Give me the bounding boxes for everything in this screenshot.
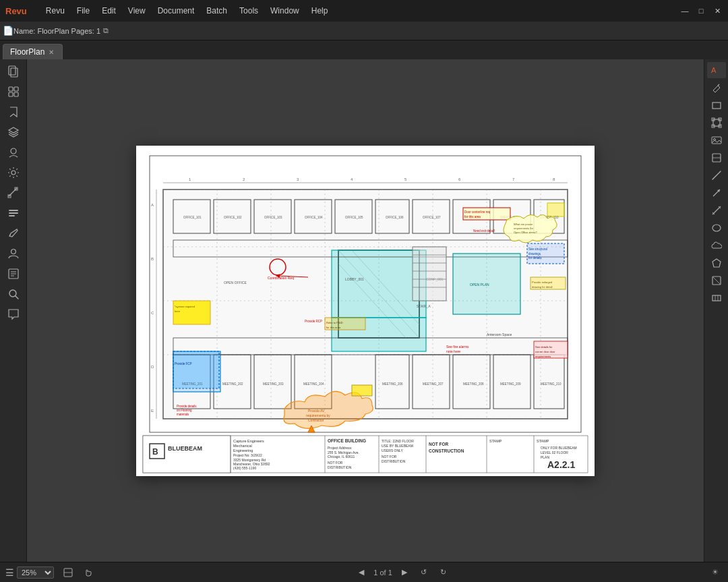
left-sidebar [0, 59, 27, 562]
svg-text:USE BY BLUEBEAM: USE BY BLUEBEAM [382, 444, 413, 448]
tool-arrow[interactable] [707, 185, 726, 201]
svg-text:NOT FOR: NOT FOR [429, 442, 449, 446]
sidebar-item-user[interactable] [3, 244, 24, 263]
tool-select[interactable]: A [707, 62, 726, 78]
sidebar-item-form[interactable] [3, 264, 24, 283]
maximize-button[interactable]: □ [696, 5, 706, 16]
svg-text:OFFICE_101: OFFICE_101 [183, 216, 202, 219]
svg-rect-0 [9, 66, 16, 75]
menu-batch[interactable]: Batch [201, 5, 233, 17]
sidebar-item-settings[interactable] [3, 163, 24, 182]
svg-text:Provide details: Provide details [177, 405, 197, 408]
svg-text:Provide RCP: Provide RCP [305, 320, 322, 323]
sidebar-item-thumbnails[interactable] [3, 82, 24, 101]
svg-text:DISTRIBUTION: DISTRIBUTION [382, 459, 406, 463]
svg-text:Chicago, IL 60611: Chicago, IL 60611 [328, 455, 355, 459]
svg-text:requirements: requirements [535, 355, 551, 358]
tool-line[interactable] [707, 167, 726, 183]
tab-floorplan[interactable]: FloorPlan ✕ [3, 44, 63, 59]
minimize-button[interactable]: — [679, 5, 690, 16]
menu-file[interactable]: File [71, 5, 95, 17]
tool-ellipse[interactable] [707, 220, 726, 236]
next-page-button[interactable]: ▶ [398, 566, 411, 578]
svg-text:Anteroom Space: Anteroom Space [487, 332, 512, 337]
sun-icon: ☀ [712, 568, 719, 577]
svg-rect-14 [9, 212, 18, 214]
menu-edit[interactable]: Edit [96, 5, 121, 17]
svg-line-195 [718, 84, 719, 86]
svg-text:MEETING_203: MEETING_203 [263, 382, 284, 386]
svg-text:See structural: See structural [528, 248, 547, 251]
menu-view[interactable]: View [123, 5, 151, 17]
svg-text:B: B [152, 447, 158, 457]
svg-text:ONLY FOR BLUEBEAM: ONLY FOR BLUEBEAM [541, 446, 577, 450]
svg-text:note here: note here [446, 349, 460, 353]
svg-rect-216 [712, 295, 721, 301]
rotate-cw-button[interactable]: ↻ [436, 566, 450, 578]
svg-text:Provide AV: Provide AV [308, 409, 325, 413]
file-info-bar: 📄 Name: FloorPlan Pages: 1 ⧉ [0, 22, 728, 40]
tab-strip: FloorPlan ✕ [0, 40, 728, 59]
menu-help[interactable]: Help [306, 5, 334, 17]
svg-text:DISTRIBUTION: DISTRIBUTION [328, 465, 352, 469]
tool-box2[interactable] [707, 150, 726, 166]
svg-text:LEVEL 02 FLOOR: LEVEL 02 FLOOR [541, 450, 568, 455]
svg-text:OFFICE_104: OFFICE_104 [305, 216, 323, 219]
tool-cloud[interactable] [707, 237, 726, 254]
svg-marker-213 [712, 259, 721, 267]
tool-measure[interactable] [707, 202, 726, 219]
svg-text:A: A [151, 203, 154, 207]
tool-pen[interactable] [707, 80, 726, 96]
svg-rect-4 [9, 92, 13, 96]
svg-text:MEETING_204: MEETING_204 [303, 382, 324, 386]
tool-polygon[interactable] [707, 255, 726, 271]
svg-rect-185 [352, 385, 372, 396]
close-button[interactable]: ✕ [712, 5, 723, 16]
tool-snap[interactable] [707, 115, 726, 131]
zoom-select[interactable]: 10% 25% 50% 75% 100% 150% 200% [17, 566, 54, 579]
sidebar-item-pages[interactable] [3, 62, 24, 81]
tool-cut[interactable] [707, 272, 726, 289]
svg-text:See details for: See details for [535, 345, 553, 349]
svg-text:Door centerline req: Door centerline req [464, 210, 491, 214]
svg-text:MEETING_209: MEETING_209 [500, 382, 521, 386]
menu-tools[interactable]: Tools [234, 5, 264, 17]
svg-rect-5 [14, 92, 18, 96]
menu-window[interactable]: Window [265, 5, 305, 17]
sidebar-item-signatures[interactable] [3, 143, 24, 162]
sidebar-item-measure[interactable] [3, 183, 24, 202]
svg-text:Project No: 3/29/22: Project No: 3/29/22 [233, 453, 262, 457]
hand-tool-button[interactable] [80, 566, 97, 579]
rotate-ccw-button[interactable]: ↺ [417, 566, 431, 578]
svg-text:Open Office areas?: Open Office areas? [514, 231, 537, 234]
menu-revu[interactable]: Revu [40, 5, 70, 17]
floorplan-svg: B BLUEBEAM Capture Engineers Mechanical … [136, 146, 595, 476]
svg-text:CONSTRUCTION: CONSTRUCTION [429, 448, 464, 453]
tool-rect3[interactable] [707, 290, 726, 306]
tab-close-icon[interactable]: ✕ [49, 49, 54, 56]
svg-text:OFFICE_107: OFFICE_107 [423, 216, 441, 219]
sidebar-item-annotations[interactable] [3, 224, 24, 243]
svg-line-206 [712, 171, 721, 179]
sidebar-item-comments[interactable] [3, 305, 24, 324]
svg-text:OFFICE_102: OFFICE_102 [224, 216, 242, 219]
prev-page-button[interactable]: ◀ [355, 566, 368, 578]
svg-text:STAMP: STAMP [537, 439, 549, 443]
tool-image[interactable] [707, 132, 726, 148]
view-mode-button[interactable] [59, 566, 77, 579]
document-canvas[interactable]: B BLUEBEAM Capture Engineers Mechanical … [27, 59, 704, 562]
menu-document[interactable]: Document [152, 5, 200, 17]
svg-text:here: here [175, 310, 181, 313]
sidebar-item-markups[interactable] [3, 204, 24, 223]
svg-text:MEETING_208: MEETING_208 [463, 382, 484, 386]
sidebar-item-bookmarks[interactable] [3, 103, 24, 121]
sidebar-item-search[interactable] [3, 285, 24, 303]
sidebar-item-layers[interactable] [3, 123, 24, 142]
svg-text:LOBBY_001: LOBBY_001 [345, 277, 364, 281]
tool-rect[interactable] [707, 97, 726, 113]
svg-point-212 [712, 225, 721, 231]
brightness-button[interactable]: ☀ [708, 566, 723, 578]
file-info-text: Name: FloorPlan Pages: 1 [13, 27, 100, 35]
svg-text:TITLE: 22ND FLOOR: TITLE: 22ND FLOOR [382, 439, 414, 443]
statusbar-left: ☰ 10% 25% 50% 75% 100% 150% 200% [5, 566, 97, 579]
